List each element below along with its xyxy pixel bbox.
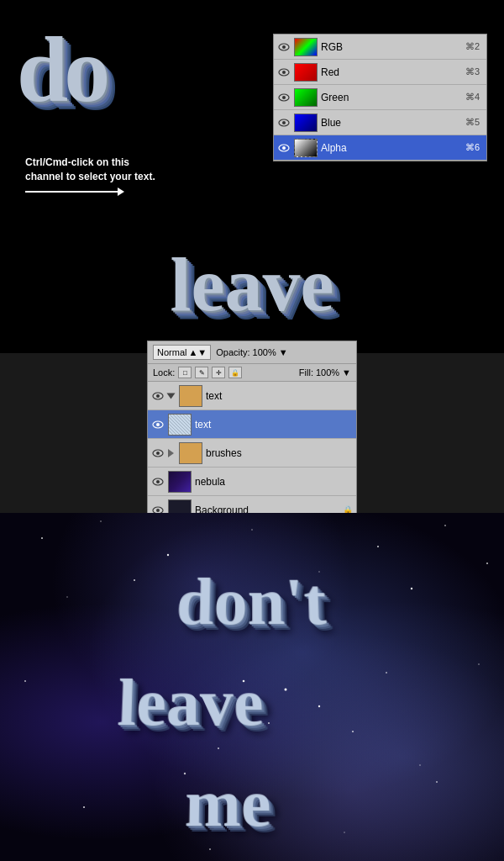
top-section: do RGB ⌘2 Red ⌘3 Green ⌘4 (0, 0, 504, 353)
annotation-arrow (25, 188, 210, 196)
svg-point-43 (386, 672, 387, 673)
svg-point-37 (285, 689, 287, 691)
blend-mode-arrow: ▲▼ (188, 347, 207, 357)
opacity-group: Opacity: 100% ▼ (216, 347, 287, 357)
svg-point-23 (251, 529, 252, 530)
svg-point-39 (268, 722, 270, 724)
channel-row-green[interactable]: Green ⌘4 (274, 85, 486, 110)
layer-name-nebula: nebula (195, 476, 353, 488)
channel-thumb-rgb (294, 38, 318, 56)
expand-triangle-icon (168, 449, 174, 457)
space-text-leave: leave (116, 666, 265, 742)
svg-point-42 (218, 747, 219, 749)
svg-point-26 (486, 563, 488, 564)
svg-point-5 (282, 96, 286, 99)
text-3d-top: do (17, 17, 106, 124)
layer-name-text: text (195, 419, 353, 430)
layer-row-nebula[interactable]: nebula (148, 467, 356, 496)
eye-icon (151, 446, 165, 460)
svg-point-11 (156, 394, 160, 398)
blend-mode-select[interactable]: Normal ▲▼ (153, 345, 211, 360)
fill-group: Fill: 100% ▼ (299, 367, 351, 378)
channel-name-blue: Blue (321, 117, 462, 129)
annotation-text: Ctrl/Cmd-click on this channel to select… (25, 156, 210, 184)
layers-panel: Normal ▲▼ Opacity: 100% ▼ Lock: □ ✎ ✛ 🔒 … (147, 341, 357, 526)
channel-name-alpha: Alpha (321, 142, 462, 154)
svg-point-17 (156, 480, 160, 483)
lock-label: Lock: (153, 367, 175, 378)
bottom-section: don't leave me (0, 513, 504, 861)
channel-shortcut-red: ⌘3 (465, 66, 480, 77)
lock-move-icon[interactable]: ✛ (212, 367, 225, 378)
expand-triangle-icon (167, 393, 176, 399)
svg-point-21 (100, 520, 102, 522)
svg-point-20 (41, 537, 43, 539)
annotation: Ctrl/Cmd-click on this channel to select… (25, 156, 210, 196)
layer-thumb-brushes (179, 442, 202, 464)
channel-name-green: Green (321, 92, 462, 103)
channel-name-red: Red (321, 66, 462, 78)
channels-panel: RGB ⌘2 Red ⌘3 Green ⌘4 Blue (273, 34, 487, 161)
svg-point-34 (436, 781, 438, 783)
svg-point-38 (318, 705, 320, 707)
channel-shortcut-blue: ⌘5 (465, 117, 480, 128)
channel-thumb-green (294, 88, 318, 107)
svg-point-13 (156, 423, 160, 426)
eye-icon (277, 116, 291, 129)
eye-icon (277, 66, 291, 79)
channel-shortcut-green: ⌘4 (465, 92, 480, 103)
layer-row-text-selected[interactable]: text (148, 410, 356, 439)
svg-point-9 (282, 146, 286, 150)
svg-point-19 (156, 509, 160, 512)
blend-mode-label: Normal (157, 347, 186, 357)
arrow-head (118, 188, 124, 196)
channel-shortcut-alpha: ⌘6 (465, 142, 480, 153)
fill-arrow: ▼ (342, 367, 351, 378)
svg-point-3 (282, 71, 286, 74)
layers-lock-row: Lock: □ ✎ ✛ 🔒 Fill: 100% ▼ (148, 364, 356, 382)
svg-point-22 (167, 554, 169, 556)
eye-icon (151, 418, 165, 431)
opacity-label: Opacity: (216, 347, 249, 357)
channel-row-alpha[interactable]: Alpha ⌘6 (274, 135, 486, 161)
channel-shortcut-rgb: ⌘2 (465, 41, 480, 52)
eye-icon (277, 91, 291, 104)
svg-point-25 (444, 525, 446, 526)
layer-thumb-nebula (168, 471, 192, 493)
svg-point-28 (134, 579, 135, 581)
lock-brush-icon[interactable]: ✎ (195, 367, 208, 378)
eye-icon (151, 389, 165, 403)
channel-thumb-red (294, 63, 318, 82)
svg-point-31 (24, 680, 26, 682)
svg-point-33 (83, 806, 85, 808)
arrow-line (25, 191, 118, 193)
svg-point-36 (344, 832, 345, 833)
layer-row-text-folder[interactable]: text (148, 382, 356, 410)
svg-point-35 (209, 848, 211, 850)
svg-point-32 (478, 663, 480, 665)
channel-row-red[interactable]: Red ⌘3 (274, 60, 486, 85)
svg-point-45 (419, 764, 421, 766)
space-text-me: me (184, 767, 271, 843)
channel-name-rgb: RGB (321, 41, 462, 53)
eye-icon (151, 475, 165, 489)
channel-row-rgb[interactable]: RGB ⌘2 (274, 34, 486, 60)
channel-thumb-blue (294, 114, 318, 132)
layers-section: Normal ▲▼ Opacity: 100% ▼ Lock: □ ✎ ✛ 🔒 … (0, 353, 504, 513)
svg-point-27 (66, 596, 68, 598)
svg-point-30 (411, 588, 412, 589)
fill-value: 100% (316, 367, 339, 378)
layer-row-brushes[interactable]: brushes (148, 439, 356, 467)
channel-thumb-alpha (294, 139, 318, 157)
lock-checkbox[interactable]: □ (178, 367, 192, 378)
svg-point-1 (282, 45, 286, 49)
layer-thumb-text (168, 414, 192, 436)
space-text-dont: don't (175, 565, 327, 641)
eye-icon (277, 40, 291, 54)
layers-header: Normal ▲▼ Opacity: 100% ▼ (148, 341, 356, 364)
opacity-value: 100% (253, 347, 276, 357)
text-3d-leave: leave (171, 241, 334, 328)
layer-name-text-folder: text (206, 390, 353, 402)
channel-row-blue[interactable]: Blue ⌘5 (274, 110, 486, 135)
lock-all-icon[interactable]: 🔒 (228, 367, 242, 378)
